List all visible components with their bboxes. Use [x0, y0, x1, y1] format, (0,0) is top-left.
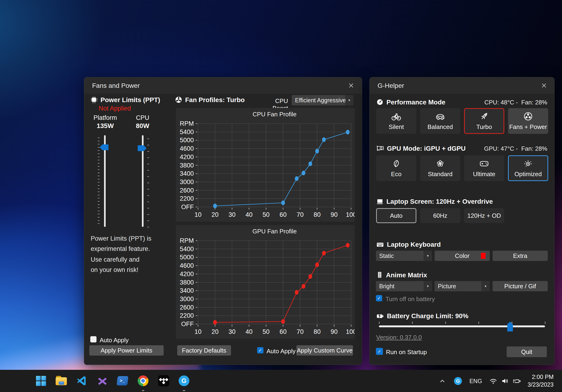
svg-text:60: 60	[280, 211, 287, 218]
ghelper-close-button[interactable]	[539, 81, 549, 90]
gpu-button-standard[interactable]: Standard	[420, 155, 460, 181]
platform-slider-thumb[interactable]	[100, 144, 108, 150]
taskbar-file-explorer[interactable]	[54, 373, 69, 388]
gamepad-icon	[479, 159, 489, 168]
svg-text:2600: 2600	[180, 304, 194, 311]
taskbar-powershell[interactable]: >_	[115, 373, 130, 388]
fan-curve-point[interactable]	[281, 201, 285, 205]
svg-text:RPM: RPM	[180, 237, 194, 244]
taskbar-g-helper[interactable]: G	[176, 373, 191, 388]
gpu-button-eco[interactable]: Eco	[376, 155, 416, 181]
fan-curve-point[interactable]	[315, 149, 319, 154]
chevron-down-icon[interactable]: ▾	[424, 281, 432, 291]
fans-window-close-button[interactable]	[346, 81, 356, 90]
tray-date: 3/23/2023	[528, 381, 554, 389]
taskbar-chrome[interactable]	[136, 373, 151, 388]
fan-curve-point[interactable]	[322, 251, 326, 256]
gpu-button-optimized[interactable]: Optimized	[508, 155, 548, 181]
chevron-up-icon	[439, 378, 446, 384]
platform-label: Platform	[91, 114, 120, 122]
svg-text:20: 20	[211, 211, 219, 218]
fan-curve-point[interactable]	[213, 320, 217, 325]
cpu-label: CPU	[129, 114, 157, 122]
fan-curve-point[interactable]	[295, 290, 299, 295]
fans-window-titlebar[interactable]: Fans and Power	[84, 77, 362, 94]
power-limits-status: Not Applied	[99, 105, 131, 112]
anime-mode-select[interactable]: Picture ▾	[434, 281, 490, 291]
taskbar-tidal[interactable]	[156, 373, 171, 388]
tray-g-helper[interactable]: G	[454, 377, 462, 385]
screen-button-auto[interactable]: Auto	[376, 208, 416, 223]
mode-button-silent[interactable]: Silent	[376, 108, 416, 134]
factory-defaults-button[interactable]: Factory Defaults	[177, 345, 231, 356]
tray-language[interactable]: ENG	[468, 377, 484, 385]
chevron-down-icon[interactable]: ▾	[345, 95, 353, 105]
gpu-mode-heading: GPU Mode: iGPU + dGPU	[376, 145, 466, 154]
fan-curve-point[interactable]	[346, 130, 350, 134]
performance-mode-heading: Performance Mode	[376, 98, 445, 107]
screen-button-120hz-od[interactable]: 120Hz + OD	[464, 208, 504, 223]
battery-limit-slider[interactable]	[379, 325, 545, 327]
mode-button-fans-power[interactable]: Fans + Power	[508, 108, 548, 134]
svg-text:100: 100	[346, 328, 355, 335]
fan-curve-point[interactable]	[213, 204, 217, 208]
curve-auto-apply-label: Auto Apply	[267, 347, 295, 355]
fans-window-title: Fans and Power	[92, 82, 140, 90]
cpu-boost-select[interactable]: Efficient Aggressive ▾	[292, 95, 353, 105]
mode-button-balanced[interactable]: Balanced	[420, 108, 460, 134]
g-helper-icon: G	[179, 375, 189, 386]
cpu-temp-status: CPU: 48°C - Fan: 28%	[484, 99, 547, 106]
anime-battery-checkbox[interactable]: ✓	[376, 295, 382, 301]
mode-button-turbo[interactable]: Turbo	[464, 108, 504, 134]
fan-curve-point[interactable]	[346, 243, 350, 248]
svg-text:5400: 5400	[180, 246, 194, 253]
version-link[interactable]: Version: 0.37.0.0	[376, 334, 422, 341]
taskbar-start-button[interactable]	[34, 373, 48, 388]
keyboard-extra-button[interactable]: Extra	[492, 251, 548, 261]
fan-curve-point[interactable]	[295, 176, 299, 181]
fan-curve-point[interactable]	[308, 161, 312, 166]
fan-curve-point[interactable]	[302, 284, 305, 289]
laptop-keyboard-heading: Laptop Keyboard	[376, 241, 441, 250]
windows-start-icon	[36, 376, 46, 386]
taskbar-visual-studio[interactable]	[95, 373, 110, 388]
close-icon	[348, 83, 354, 88]
fan-curve-point[interactable]	[322, 137, 326, 142]
anime-brightness-select[interactable]: Bright ▾	[376, 281, 432, 291]
gpu-button-ultimate[interactable]: Ultimate	[464, 155, 504, 181]
leaf-icon	[392, 159, 401, 168]
battery-charging-icon	[512, 377, 521, 385]
quit-button[interactable]: Quit	[507, 347, 547, 357]
tray-wifi[interactable]	[489, 377, 498, 385]
gpu-fan-profile-svg: GPU Fan ProfileRPM5400500046004200380034…	[176, 225, 355, 339]
svg-text:50: 50	[263, 328, 269, 335]
cpu-fan-chart[interactable]: CPU Fan ProfileRPM5400500046004200380034…	[176, 108, 355, 222]
fan-curve-point[interactable]	[315, 263, 319, 267]
chevron-down-icon[interactable]: ▾	[481, 281, 490, 291]
apply-power-limits-button[interactable]: Apply Power Limits	[89, 345, 164, 356]
svg-text:2600: 2600	[180, 187, 194, 194]
svg-text:90: 90	[330, 211, 338, 218]
keyboard-color-button[interactable]: Color	[434, 251, 490, 261]
rocket-icon	[479, 112, 489, 121]
tray-chevron-up[interactable]	[438, 377, 447, 385]
run-on-startup-checkbox[interactable]: ✓	[376, 348, 383, 355]
tray-volume[interactable]	[500, 377, 510, 385]
tray-battery[interactable]	[511, 377, 522, 385]
fan-curve-point[interactable]	[308, 274, 312, 279]
curve-auto-apply-checkbox[interactable]: ✓	[257, 347, 263, 353]
tray-clock[interactable]: 2:00 PM 3/23/2023	[528, 373, 554, 389]
power-limits-auto-apply-checkbox[interactable]	[90, 336, 96, 342]
apply-custom-curve-button[interactable]: Apply Custom Curve	[296, 345, 353, 356]
cpu-slider-thumb[interactable]	[138, 145, 147, 151]
chevron-down-icon[interactable]: ▾	[424, 251, 432, 261]
vscode-icon	[76, 375, 87, 386]
taskbar-vscode[interactable]	[74, 373, 89, 388]
fan-curve-point[interactable]	[302, 171, 305, 175]
gpu-fan-chart[interactable]: GPU Fan ProfileRPM5400500046004200380034…	[176, 225, 355, 339]
screen-button-60hz[interactable]: 60Hz	[420, 208, 460, 223]
fan-curve-point[interactable]	[281, 319, 285, 324]
anime-picture-gif-button[interactable]: Picture / Gif	[492, 281, 548, 291]
ghelper-titlebar[interactable]: G-Helper	[370, 77, 554, 94]
keyboard-mode-select[interactable]: Static ▾	[376, 251, 432, 261]
